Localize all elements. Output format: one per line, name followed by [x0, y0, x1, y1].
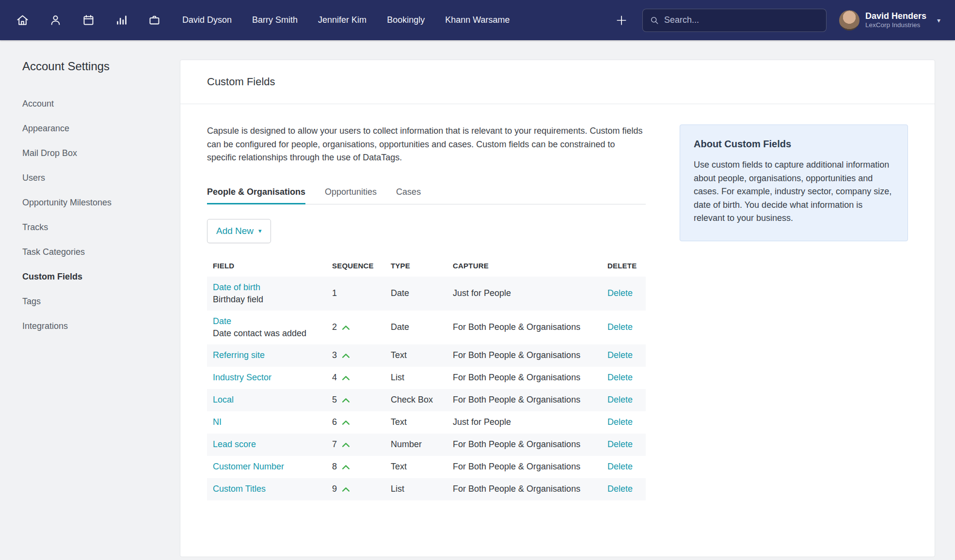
- field-link[interactable]: NI: [213, 417, 222, 427]
- sidebar-item-appearance[interactable]: Appearance: [22, 116, 165, 141]
- column-header-sequence: SEQUENCE: [326, 259, 385, 277]
- field-capture: For Both People & Organisations: [447, 311, 602, 344]
- field-subtitle: Date contact was added: [213, 328, 320, 339]
- move-up-icon[interactable]: [342, 395, 350, 405]
- sequence-number: 7: [332, 439, 337, 449]
- sequence-number: 5: [332, 395, 337, 404]
- field-capture: Just for People: [447, 277, 602, 311]
- user-menu[interactable]: David Henders LexCorp Industries ▾: [839, 10, 940, 31]
- field-type: Date: [385, 277, 447, 311]
- chevron-down-icon: ▾: [258, 227, 262, 234]
- reports-icon[interactable]: [113, 13, 129, 28]
- field-capture: Just for People: [447, 411, 602, 434]
- sidebar-item-users[interactable]: Users: [22, 166, 165, 190]
- about-box-body: Use custom fields to capture additional …: [694, 158, 894, 225]
- move-up-icon[interactable]: [342, 323, 350, 333]
- sidebar-item-tags[interactable]: Tags: [22, 289, 165, 314]
- field-type: List: [385, 367, 447, 389]
- home-icon[interactable]: [15, 13, 30, 28]
- field-type: Text: [385, 344, 447, 367]
- move-up-icon[interactable]: [342, 418, 350, 428]
- move-up-icon[interactable]: [342, 462, 350, 472]
- move-up-icon[interactable]: [342, 351, 350, 361]
- table-row: Referring site 3 Text For Both People & …: [207, 344, 646, 367]
- delete-link[interactable]: Delete: [607, 484, 633, 494]
- search-icon: [650, 16, 659, 25]
- table-row: Date of birth Birthday field 1 Date Just…: [207, 277, 646, 311]
- tab-opportunities[interactable]: Opportunities: [325, 187, 377, 204]
- delete-link[interactable]: Delete: [607, 439, 633, 449]
- nav-link-contact[interactable]: Jennifer Kim: [318, 15, 366, 25]
- field-type: Check Box: [385, 389, 447, 411]
- delete-link[interactable]: Delete: [607, 395, 633, 404]
- field-link[interactable]: Date of birth: [213, 282, 260, 292]
- nav-link-contact[interactable]: Bookingly: [387, 15, 425, 25]
- table-row: Local 5 Check Box For Both People & Orga…: [207, 389, 646, 411]
- table-header-row: FIELD SEQUENCE TYPE CAPTURE DELETE: [207, 259, 646, 277]
- sidebar-item-task-categories[interactable]: Task Categories: [22, 240, 165, 264]
- tab-people-organisations[interactable]: People & Organisations: [207, 187, 305, 204]
- field-link[interactable]: Custom Titles: [213, 484, 266, 494]
- delete-link[interactable]: Delete: [607, 350, 633, 360]
- delete-link[interactable]: Delete: [607, 322, 633, 332]
- contacts-icon[interactable]: [48, 13, 63, 28]
- field-capture: For Both People & Organisations: [447, 434, 602, 456]
- nav-shortcuts: David Dyson Barry Smith Jennifer Kim Boo…: [182, 15, 510, 25]
- avatar: [839, 10, 860, 31]
- page-title: Account Settings: [22, 60, 165, 73]
- chevron-down-icon: ▾: [937, 16, 940, 24]
- settings-sidebar: Account Settings Account Appearance Mail…: [0, 40, 180, 560]
- move-up-icon[interactable]: [342, 373, 350, 383]
- sidebar-item-mail-drop-box[interactable]: Mail Drop Box: [22, 141, 165, 166]
- nav-link-contact[interactable]: David Dyson: [182, 15, 232, 25]
- field-type: List: [385, 478, 447, 500]
- top-nav: David Dyson Barry Smith Jennifer Kim Boo…: [0, 0, 955, 40]
- delete-link[interactable]: Delete: [607, 462, 633, 471]
- field-type: Text: [385, 456, 447, 478]
- user-name: David Henders: [865, 11, 926, 21]
- panel-title: Custom Fields: [207, 76, 275, 88]
- nav-link-contact[interactable]: Barry Smith: [252, 15, 298, 25]
- delete-link[interactable]: Delete: [607, 288, 633, 298]
- delete-link[interactable]: Delete: [607, 417, 633, 427]
- app-window: David Dyson Barry Smith Jennifer Kim Boo…: [0, 0, 955, 560]
- move-up-icon[interactable]: [342, 484, 350, 495]
- nav-icon-group: [15, 13, 162, 28]
- search-input[interactable]: [664, 15, 819, 25]
- delete-link[interactable]: Delete: [607, 373, 633, 382]
- sidebar-item-tracks[interactable]: Tracks: [22, 215, 165, 240]
- field-link[interactable]: Referring site: [213, 350, 265, 360]
- field-link[interactable]: Local: [213, 395, 234, 404]
- sequence-number: 4: [332, 373, 337, 382]
- field-capture: For Both People & Organisations: [447, 367, 602, 389]
- sidebar-item-custom-fields[interactable]: Custom Fields: [22, 264, 165, 289]
- tab-cases[interactable]: Cases: [396, 187, 421, 204]
- field-link[interactable]: Lead score: [213, 439, 256, 449]
- add-new-label: Add New: [216, 226, 254, 236]
- custom-fields-table: FIELD SEQUENCE TYPE CAPTURE DELETE Date …: [207, 259, 646, 500]
- sidebar-item-integrations[interactable]: Integrations: [22, 314, 165, 339]
- table-row: Industry Sector 4 List For Both People &…: [207, 367, 646, 389]
- column-header-delete: DELETE: [602, 259, 646, 277]
- field-type: Text: [385, 411, 447, 434]
- table-row: Date Date contact was added 2 Date For B…: [207, 311, 646, 344]
- add-button[interactable]: [613, 12, 630, 29]
- about-box-title: About Custom Fields: [694, 139, 894, 150]
- nav-link-contact[interactable]: Khann Warsame: [445, 15, 509, 25]
- field-type: Number: [385, 434, 447, 456]
- user-org: LexCorp Industries: [865, 21, 926, 29]
- cases-icon[interactable]: [146, 13, 162, 28]
- field-link[interactable]: Customer Number: [213, 462, 284, 471]
- field-capture: For Both People & Organisations: [447, 456, 602, 478]
- sequence-number: 3: [332, 350, 337, 360]
- field-link[interactable]: Industry Sector: [213, 373, 271, 382]
- sidebar-item-account[interactable]: Account: [22, 92, 165, 116]
- field-link[interactable]: Date: [213, 316, 231, 326]
- panel-header: Custom Fields: [180, 60, 935, 104]
- sidebar-item-opportunity-milestones[interactable]: Opportunity Milestones: [22, 190, 165, 215]
- add-new-button[interactable]: Add New ▾: [207, 219, 271, 243]
- calendar-icon[interactable]: [80, 13, 96, 28]
- table-row: Lead score 7 Number For Both People & Or…: [207, 434, 646, 456]
- search-box[interactable]: [642, 9, 827, 32]
- move-up-icon[interactable]: [342, 440, 350, 450]
